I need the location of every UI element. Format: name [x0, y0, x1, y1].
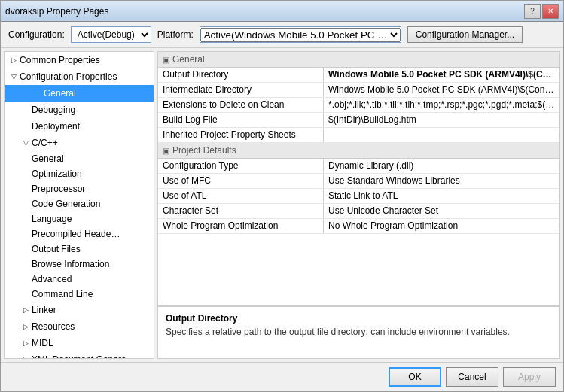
- prop-row-extensions[interactable]: Extensions to Delete on Clean *.obj;*.il…: [158, 98, 559, 113]
- ok-button[interactable]: OK: [389, 367, 441, 387]
- prop-name-config-type: Configuration Type: [158, 159, 324, 173]
- expand-config-icon: ▽: [8, 71, 20, 83]
- prop-row-whole-program[interactable]: Whole Program Optimization No Whole Prog…: [158, 219, 559, 234]
- title-bar-controls: ? ✕: [524, 4, 559, 19]
- tree-item-resources[interactable]: ▷ Resources: [5, 318, 154, 335]
- tree-item-optimization[interactable]: Optimization: [5, 166, 154, 181]
- tree-item-command-line[interactable]: Command Line: [5, 287, 154, 302]
- prop-row-config-type[interactable]: Configuration Type Dynamic Library (.dll…: [158, 159, 559, 174]
- prop-value-config-type: Dynamic Library (.dll): [324, 159, 559, 173]
- prop-row-intermediate-dir[interactable]: Intermediate Directory Windows Mobile 5.…: [158, 83, 559, 98]
- prop-row-use-mfc[interactable]: Use of MFC Use Standard Windows Librarie…: [158, 174, 559, 189]
- config-label: Configuration:: [8, 29, 65, 40]
- description-text: Specifies a relative path to the output …: [166, 327, 552, 337]
- tree-item-linker[interactable]: ▷ Linker: [5, 302, 154, 318]
- main-content: ▷ Common Properties ▽ Configuration Prop…: [1, 48, 563, 362]
- collapse-defaults-icon[interactable]: ▣: [163, 147, 169, 155]
- cancel-button[interactable]: Cancel: [446, 367, 498, 387]
- tree-panel: ▷ Common Properties ▽ Configuration Prop…: [4, 51, 154, 359]
- prop-name-build-log: Build Log File: [158, 113, 324, 127]
- section-title-general: General: [172, 54, 205, 65]
- tree-item-deployment[interactable]: Deployment: [5, 118, 154, 135]
- window-title: dvoraksip Property Pages: [5, 6, 108, 17]
- description-panel: Output Directory Specifies a relative pa…: [158, 305, 559, 358]
- platform-label: Platform:: [157, 29, 194, 40]
- right-panel: ▣ General Output Directory Windows Mobil…: [157, 51, 560, 359]
- prop-value-character-set: Use Unicode Character Set: [324, 204, 559, 218]
- tree-item-browse-information[interactable]: Browse Information: [5, 257, 154, 272]
- prop-value-build-log: $(IntDir)\BuildLog.htm: [324, 113, 559, 127]
- prop-name-character-set: Character Set: [158, 204, 324, 218]
- tree-item-language[interactable]: Language: [5, 211, 154, 226]
- prop-value-extensions: *.obj;*.ilk;*.tlb;*.tli;*.tlh;*.tmp;*.rs…: [324, 98, 559, 112]
- config-manager-button[interactable]: Configuration Manager...: [407, 26, 523, 43]
- prop-name-use-mfc: Use of MFC: [158, 174, 324, 188]
- title-bar: dvoraksip Property Pages ? ✕: [1, 1, 563, 22]
- properties-table: ▣ General Output Directory Windows Mobil…: [158, 52, 559, 305]
- property-pages-window: dvoraksip Property Pages ? ✕ Configurati…: [0, 0, 564, 392]
- tree-item-general[interactable]: General: [5, 85, 154, 102]
- prop-name-use-atl: Use of ATL: [158, 189, 324, 203]
- prop-name-output-dir: Output Directory: [158, 68, 324, 82]
- tree-item-precompiled-headers[interactable]: Precompiled Heade…: [5, 226, 154, 242]
- tree-item-advanced[interactable]: Advanced: [5, 272, 154, 287]
- tree-item-output-files[interactable]: Output Files: [5, 242, 154, 257]
- expand-cpp-icon: ▽: [20, 137, 32, 149]
- section-title-project-defaults: Project Defaults: [172, 145, 236, 156]
- prop-name-intermediate-dir: Intermediate Directory: [158, 83, 324, 97]
- platform-select[interactable]: Active(Windows Mobile 5.0 Pocket PC …: [200, 28, 401, 42]
- help-button[interactable]: ?: [524, 4, 541, 19]
- prop-row-build-log[interactable]: Build Log File $(IntDir)\BuildLog.htm: [158, 113, 559, 128]
- prop-value-intermediate-dir: Windows Mobile 5.0 Pocket PC SDK (ARMV4I…: [324, 83, 559, 97]
- tree-item-preprocessor[interactable]: Preprocessor: [5, 181, 154, 196]
- expand-general-icon: [32, 87, 44, 99]
- section-header-general: ▣ General: [158, 52, 559, 68]
- prop-row-character-set[interactable]: Character Set Use Unicode Character Set: [158, 204, 559, 219]
- prop-row-use-atl[interactable]: Use of ATL Static Link to ATL: [158, 189, 559, 204]
- description-title: Output Directory: [166, 313, 552, 324]
- tree-item-configuration-properties[interactable]: ▽ Configuration Properties: [5, 68, 154, 85]
- tree-item-common-properties[interactable]: ▷ Common Properties: [5, 52, 154, 68]
- tree-item-code-generation[interactable]: Code Generation: [5, 196, 154, 211]
- close-button[interactable]: ✕: [542, 4, 559, 19]
- tree-item-cpp[interactable]: ▽ C/C++: [5, 135, 154, 151]
- config-select-wrapper[interactable]: Active(Debug): [71, 26, 151, 43]
- collapse-general-icon[interactable]: ▣: [163, 56, 169, 64]
- expand-common-icon: ▷: [8, 54, 20, 66]
- prop-value-whole-program: No Whole Program Optimization: [324, 219, 559, 233]
- prop-name-inherited-sheets: Inherited Project Property Sheets: [158, 128, 324, 142]
- prop-value-use-mfc: Use Standard Windows Libraries: [324, 174, 559, 188]
- tree-item-cpp-general[interactable]: General: [5, 151, 154, 166]
- section-header-project-defaults: ▣ Project Defaults: [158, 143, 559, 159]
- prop-name-extensions: Extensions to Delete on Clean: [158, 98, 324, 112]
- tree-item-debugging[interactable]: Debugging: [5, 102, 154, 118]
- platform-select-wrapper[interactable]: Active(Windows Mobile 5.0 Pocket PC …: [200, 26, 401, 43]
- tree-item-xml-document[interactable]: ▷ XML Document Genera…: [5, 351, 154, 359]
- prop-value-output-dir: Windows Mobile 5.0 Pocket PC SDK (ARMV4I…: [324, 68, 559, 82]
- tree-item-midl[interactable]: ▷ MIDL: [5, 335, 154, 351]
- prop-name-whole-program: Whole Program Optimization: [158, 219, 324, 233]
- prop-row-output-dir[interactable]: Output Directory Windows Mobile 5.0 Pock…: [158, 68, 559, 83]
- prop-value-use-atl: Static Link to ATL: [324, 189, 559, 203]
- button-bar: OK Cancel Apply: [1, 362, 563, 391]
- prop-value-inherited-sheets: [324, 128, 559, 142]
- prop-row-inherited-sheets[interactable]: Inherited Project Property Sheets: [158, 128, 559, 143]
- config-bar: Configuration: Active(Debug) Platform: A…: [1, 22, 563, 48]
- config-select[interactable]: Active(Debug): [72, 27, 151, 42]
- apply-button[interactable]: Apply: [503, 367, 556, 387]
